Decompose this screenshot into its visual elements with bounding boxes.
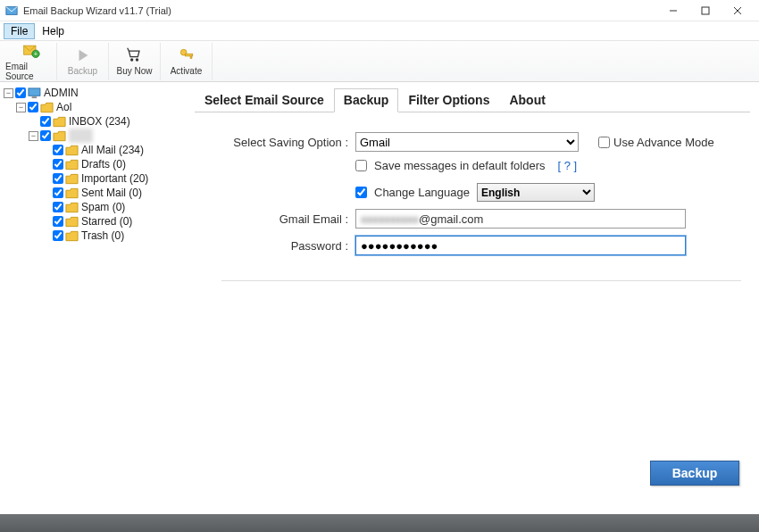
subfolder-label: Spam (0): [81, 200, 125, 214]
svg-rect-13: [29, 87, 40, 95]
folder-tree: − ADMIN − Aol INBOX (234) − All Mail (23…: [0, 82, 189, 514]
activate-label: Activate: [171, 66, 203, 76]
account-checkbox[interactable]: [28, 102, 38, 112]
tree-subfolder[interactable]: Drafts (0): [2, 157, 188, 171]
folder-icon: [40, 102, 54, 113]
subfolder-checkbox[interactable]: [53, 159, 63, 170]
advance-mode-wrap[interactable]: Use Advance Mode: [598, 136, 714, 149]
backup-tool-button: Backup: [57, 43, 109, 80]
saving-option-select[interactable]: Gmail: [355, 132, 579, 152]
title-bar: Email Backup Wizard v11.7 (Trial): [0, 0, 759, 21]
collapse-icon[interactable]: −: [4, 88, 13, 98]
subfolder-label: Trash (0): [81, 229, 124, 243]
advance-mode-checkbox[interactable]: [598, 137, 610, 148]
inbox-label: INBOX (234): [69, 114, 130, 129]
subfolder-checkbox[interactable]: [53, 173, 63, 184]
subfolder-checkbox[interactable]: [53, 145, 63, 155]
collapse-icon[interactable]: −: [16, 103, 26, 112]
key-icon: [178, 46, 196, 64]
tab-about[interactable]: About: [499, 88, 555, 112]
password-label: Password :: [221, 239, 355, 253]
close-button[interactable]: [721, 0, 754, 21]
tree-subfolder[interactable]: Important (20): [2, 171, 188, 186]
tab-filter-options[interactable]: Filter Options: [398, 88, 499, 112]
tab-backup[interactable]: Backup: [334, 88, 399, 112]
menu-bar: File Help: [0, 21, 759, 41]
divider: [221, 280, 741, 281]
activate-button[interactable]: Activate: [161, 43, 213, 80]
subfolder-label: Sent Mail (0): [81, 186, 142, 200]
monitor-icon: [28, 87, 41, 99]
saving-option-label: Select Saving Option :: [221, 136, 355, 149]
email-source-button[interactable]: + Email Source: [5, 43, 57, 80]
buy-now-button[interactable]: Buy Now: [109, 43, 161, 80]
tree-subfolder[interactable]: All Mail (234): [2, 143, 188, 157]
content-pane: Select Email Source Backup Filter Option…: [189, 82, 759, 514]
subfolder-label: Drafts (0): [81, 157, 126, 171]
svg-rect-14: [32, 96, 38, 98]
folder-icon: [65, 202, 79, 213]
tree-inbox[interactable]: INBOX (234): [2, 114, 188, 129]
help-link[interactable]: [ ? ]: [558, 159, 578, 172]
subfolder-label: Starred (0): [81, 214, 132, 229]
tab-select-source[interactable]: Select Email Source: [195, 88, 334, 112]
backup-button[interactable]: Backup: [650, 461, 739, 486]
change-language-label: Change Language: [374, 186, 470, 199]
language-select[interactable]: English: [477, 183, 595, 202]
gmail-email-input[interactable]: xxxxxxxxxx@gmail.com: [355, 209, 686, 229]
tree-subfolder[interactable]: Spam (0): [2, 200, 188, 214]
email-source-icon: +: [22, 42, 40, 60]
gmail-root-label: [69, 129, 93, 143]
subfolder-checkbox[interactable]: [53, 230, 63, 241]
app-icon: [5, 4, 18, 17]
collapse-icon[interactable]: −: [29, 131, 38, 141]
minimize-button[interactable]: [657, 0, 689, 21]
tab-strip: Select Email Source Backup Filter Option…: [195, 87, 750, 112]
folder-icon: [65, 216, 79, 228]
svg-rect-2: [702, 7, 709, 14]
folder-icon: [53, 130, 66, 142]
tree-account[interactable]: − Aol: [2, 100, 188, 114]
root-checkbox[interactable]: [15, 87, 26, 98]
menu-file[interactable]: File: [4, 23, 35, 39]
inbox-checkbox[interactable]: [40, 116, 51, 127]
svg-rect-12: [190, 56, 192, 59]
password-input[interactable]: [355, 236, 686, 255]
subfolder-checkbox[interactable]: [53, 202, 63, 212]
cart-icon: [126, 46, 144, 64]
subfolder-label: Important (20): [81, 171, 148, 186]
subfolder-checkbox[interactable]: [53, 187, 63, 198]
folder-icon: [65, 187, 79, 199]
buy-now-label: Buy Now: [116, 66, 152, 76]
folder-icon: [65, 230, 79, 242]
status-bar: [0, 514, 759, 532]
tree-root[interactable]: − ADMIN: [2, 86, 188, 100]
backup-panel: Select Saving Option : Gmail Use Advance…: [195, 112, 750, 290]
tree-subfolder[interactable]: Trash (0): [2, 229, 188, 243]
account-label: Aol: [56, 100, 71, 114]
tree-gmail-root[interactable]: −: [2, 129, 188, 143]
gmail-checkbox[interactable]: [40, 130, 51, 141]
subfolder-label: All Mail (234): [81, 143, 144, 157]
save-default-label: Save messages in default folders: [374, 159, 546, 172]
change-language-checkbox[interactable]: [355, 187, 367, 198]
toolbar: + Email Source Backup Buy Now Activate: [0, 41, 759, 82]
root-label: ADMIN: [44, 86, 79, 100]
tree-subfolder[interactable]: Starred (0): [2, 214, 188, 229]
window-title: Email Backup Wizard v11.7 (Trial): [23, 5, 657, 16]
folder-icon: [53, 116, 66, 128]
subfolder-checkbox[interactable]: [53, 216, 63, 227]
tree-subfolder[interactable]: Sent Mail (0): [2, 186, 188, 200]
advance-mode-label: Use Advance Mode: [613, 136, 714, 149]
folder-icon: [65, 173, 79, 185]
play-icon: [74, 46, 92, 64]
backup-tool-label: Backup: [68, 66, 97, 76]
svg-point-9: [135, 58, 138, 61]
maximize-button[interactable]: [689, 0, 721, 21]
svg-point-8: [130, 58, 133, 61]
folder-icon: [65, 159, 79, 170]
svg-text:+: +: [34, 50, 38, 56]
save-default-checkbox[interactable]: [355, 160, 367, 171]
menu-help[interactable]: Help: [35, 23, 71, 39]
gmail-email-label: Gmail Email :: [221, 212, 355, 226]
